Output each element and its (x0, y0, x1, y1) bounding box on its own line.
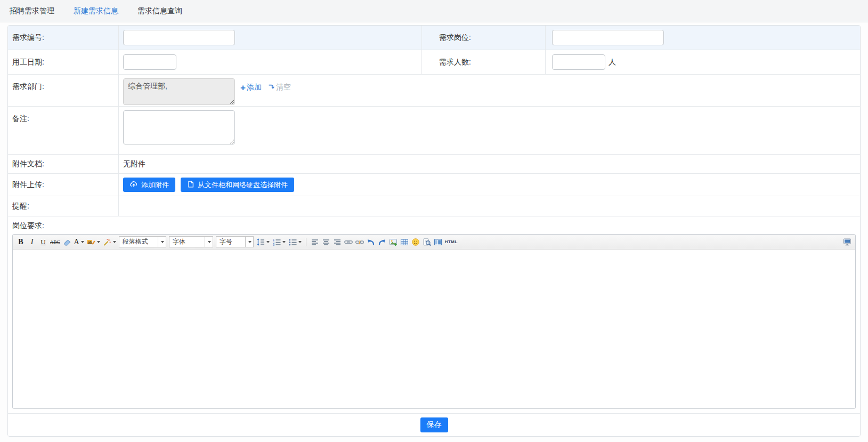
undo-button[interactable] (366, 237, 376, 247)
tab-new-demand-info[interactable]: 新建需求信息 (74, 6, 118, 16)
strikethrough-button[interactable]: ABC (49, 237, 61, 247)
attachment-upload-label: 附件上传: (8, 174, 119, 196)
work-date-label-text: 用工日期: (12, 58, 44, 67)
file-picker-icon (187, 180, 194, 190)
demand-no-label: 需求编号: (8, 26, 119, 50)
html-icon: HTML (445, 239, 458, 244)
redo-icon (378, 238, 386, 246)
department-label-text: 需求部门: (12, 82, 44, 92)
new-demand-form-panel: 需求编号: 需求岗位: 用工日期: 需求人数: 人 需求部门: 综合管理部, +… (7, 25, 861, 437)
attachment-doc-value: 无附件 (123, 159, 145, 169)
fullscreen-button[interactable] (842, 237, 853, 247)
department-label: 需求部门: (8, 75, 119, 106)
demand-post-label-text: 需求岗位: (439, 33, 471, 43)
italic-button[interactable]: I (27, 237, 37, 247)
html-source-button[interactable]: HTML (444, 237, 459, 247)
remark-textarea[interactable] (123, 110, 235, 144)
chevron-down-icon (266, 241, 270, 243)
clear-department-link[interactable]: 清空 (268, 83, 291, 92)
clear-arrow-icon (268, 83, 275, 92)
svg-text:ab: ab (87, 239, 92, 244)
unlink-button[interactable] (354, 237, 365, 247)
image-icon (389, 238, 398, 246)
demand-post-input[interactable] (552, 30, 664, 45)
add-attachment-button[interactable]: 添加附件 (123, 178, 175, 192)
monitor-icon (843, 238, 851, 246)
insert-link-button[interactable] (343, 237, 354, 247)
cloud-upload-icon (129, 180, 138, 190)
highlight-icon: ab (87, 238, 95, 246)
svg-text:3: 3 (273, 243, 274, 246)
eraser-button[interactable] (62, 237, 72, 247)
font-size-value: 字号 (216, 237, 245, 246)
save-button[interactable]: 保存 (420, 417, 448, 432)
format-wand-button[interactable] (102, 237, 117, 247)
unlink-icon (355, 238, 364, 246)
magic-wand-icon (103, 238, 111, 246)
chevron-down-icon (245, 237, 253, 247)
row-remark: 备注: (8, 107, 860, 155)
font-family-select[interactable]: 字体 (169, 236, 213, 247)
chevron-down-icon (97, 241, 100, 243)
demand-no-input[interactable] (123, 30, 235, 45)
headcount-input[interactable] (552, 54, 605, 70)
magnifier-icon (423, 238, 431, 246)
align-center-button[interactable] (321, 237, 331, 247)
chevron-down-icon (298, 241, 302, 243)
bold-button[interactable]: B (15, 237, 26, 247)
plus-icon: + (240, 83, 246, 92)
line-height-button[interactable] (255, 237, 271, 247)
bold-icon: B (18, 238, 23, 246)
redo-button[interactable] (377, 237, 387, 247)
department-textarea[interactable]: 综合管理部, (123, 78, 235, 105)
font-size-select[interactable]: 字号 (216, 236, 254, 247)
emoticon-button[interactable] (410, 237, 421, 247)
attachment-doc-label-text: 附件文档: (12, 159, 44, 169)
row-attachment-upload: 附件上传: 添加附件 从文件柜和网络硬盘选择附件 (8, 174, 860, 196)
row-attachment-doc: 附件文档: 无附件 (8, 155, 860, 174)
paragraph-format-value: 段落格式 (119, 237, 158, 246)
row-reminder: 提醒: (8, 196, 860, 216)
ordered-list-button[interactable]: 123 (271, 237, 287, 247)
attachment-upload-label-text: 附件上传: (12, 180, 44, 190)
demand-post-label: 需求岗位: (422, 26, 546, 50)
add-department-link[interactable]: + 添加 (240, 83, 262, 92)
layout-blocks-button[interactable] (433, 237, 443, 247)
underline-button[interactable]: U (38, 237, 48, 247)
demand-no-label-text: 需求编号: (12, 33, 44, 43)
insert-image-button[interactable] (388, 237, 399, 247)
font-family-value: 字体 (169, 237, 205, 246)
attachment-doc-label: 附件文档: (8, 155, 119, 173)
ordered-list-icon: 123 (272, 238, 281, 246)
select-from-cabinet-button[interactable]: 从文件柜和网络硬盘选择附件 (181, 178, 294, 192)
tab-demand-info-query[interactable]: 需求信息查询 (137, 6, 182, 16)
work-date-input[interactable] (123, 54, 176, 70)
align-left-button[interactable] (310, 237, 320, 247)
select-from-cabinet-button-label: 从文件柜和网络硬盘选择附件 (198, 180, 288, 190)
eraser-icon (63, 238, 71, 246)
bullet-list-button[interactable] (287, 237, 303, 247)
row-date-headcount: 用工日期: 需求人数: 人 (8, 50, 860, 75)
layout-blocks-icon (434, 238, 442, 246)
headcount-label-text: 需求人数: (439, 58, 471, 67)
highlight-button[interactable]: ab (86, 237, 101, 247)
rich-text-editor: B I U ABC A ab 段落格式 字体 字号 (12, 234, 856, 409)
paragraph-format-select[interactable]: 段落格式 (119, 236, 166, 247)
save-bar: 保存 (8, 413, 860, 436)
strikethrough-icon: ABC (50, 239, 60, 245)
font-color-button[interactable]: A (73, 237, 85, 247)
clear-link-label: 清空 (276, 83, 291, 92)
row-job-requirements: 岗位要求: B I U ABC A ab 段落格式 字体 (8, 216, 860, 409)
underline-icon: U (40, 238, 45, 246)
editor-toolbar: B I U ABC A ab 段落格式 字体 字号 (13, 235, 855, 250)
smiley-icon (411, 238, 420, 246)
tab-recruit-demand-management[interactable]: 招聘需求管理 (10, 6, 54, 16)
align-right-button[interactable] (332, 237, 343, 247)
line-height-icon (256, 238, 265, 246)
preview-button[interactable] (421, 237, 432, 247)
chevron-down-icon (113, 241, 116, 243)
editor-content-area[interactable] (13, 250, 855, 408)
chevron-down-icon (81, 241, 84, 243)
chevron-down-icon (158, 237, 166, 247)
insert-table-button[interactable] (399, 237, 410, 247)
